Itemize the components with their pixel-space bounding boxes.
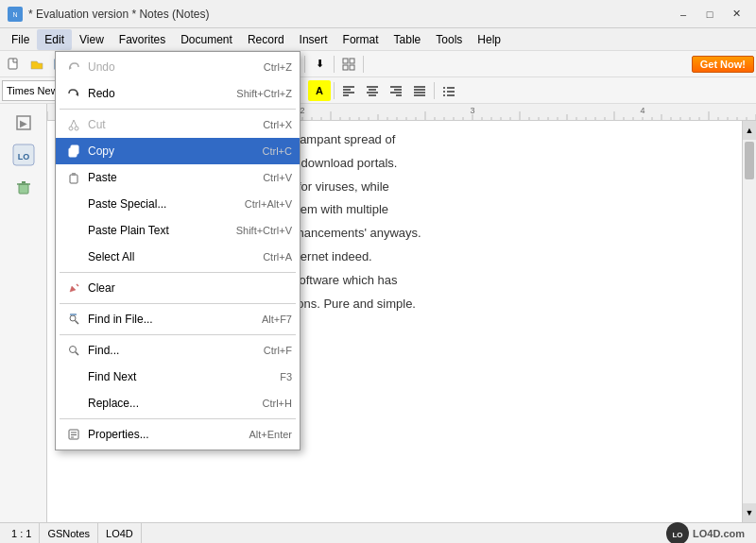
sep-1 — [60, 109, 296, 110]
menu-paste-special[interactable]: Paste Special... Ctrl+Alt+V — [56, 191, 300, 217]
app-icon: N — [8, 7, 23, 22]
clear-icon — [63, 279, 84, 297]
toolbar-sep-4 — [304, 56, 305, 73]
find-icon — [63, 341, 84, 360]
svg-rect-8 — [343, 65, 348, 70]
menu-cut[interactable]: Cut Ctrl+X — [56, 111, 300, 138]
svg-point-52 — [70, 315, 76, 321]
menu-tools[interactable]: Tools — [428, 29, 470, 50]
align-right-btn[interactable] — [385, 80, 407, 101]
menu-edit[interactable]: Edit — [37, 29, 72, 50]
replace-shortcut: Ctrl+H — [248, 398, 292, 409]
window-controls: – □ ✕ — [671, 5, 748, 24]
menu-paste[interactable]: Paste Ctrl+V — [56, 164, 300, 191]
list-btn[interactable] — [438, 80, 460, 101]
menu-undo[interactable]: Undo Ctrl+Z — [56, 54, 300, 80]
new-btn[interactable] — [2, 54, 25, 75]
minimize-button[interactable]: – — [671, 5, 696, 24]
svg-text:▶: ▶ — [20, 118, 27, 128]
menu-find[interactable]: Find... Ctrl+F — [56, 337, 300, 364]
paste-special-icon — [63, 195, 84, 213]
svg-line-45 — [71, 120, 74, 127]
edit-dropdown-menu: Undo Ctrl+Z Redo Shift+Ctrl+Z Cut Ctrl+X… — [55, 51, 301, 450]
cut-icon — [63, 115, 84, 134]
menu-record[interactable]: Record — [240, 29, 292, 50]
menu-view[interactable]: View — [72, 29, 112, 50]
svg-line-46 — [74, 120, 77, 127]
properties-icon — [63, 425, 84, 444]
tab-gsnotes[interactable]: GSNotes — [40, 523, 98, 543]
maximize-button[interactable]: □ — [697, 5, 722, 24]
menu-file[interactable]: File — [4, 29, 37, 50]
paste-plain-shortcut: Shift+Ctrl+V — [221, 225, 292, 236]
grid-btn[interactable] — [337, 54, 360, 75]
select-all-icon — [63, 247, 84, 266]
svg-point-55 — [70, 347, 77, 353]
justify-btn[interactable] — [408, 80, 431, 101]
svg-text:LO: LO — [17, 152, 29, 161]
vertical-scrollbar[interactable]: ▲ ▼ — [742, 121, 756, 522]
menu-redo[interactable]: Redo Shift+Ctrl+Z — [56, 80, 300, 107]
toolbar-sep-6 — [363, 56, 364, 73]
svg-rect-9 — [350, 65, 354, 70]
menu-find-in-file[interactable]: Find in File... Alt+F7 — [56, 306, 300, 332]
menu-copy[interactable]: Copy Ctrl+C — [56, 138, 300, 164]
get-now-button[interactable]: Get Now! — [692, 56, 754, 73]
menu-paste-plain[interactable]: Paste Plain Text Shift+Ctrl+V — [56, 217, 300, 244]
fmt-sep-3 — [334, 82, 335, 99]
paste-plain-icon — [63, 221, 84, 240]
paste-icon — [63, 168, 84, 187]
svg-point-28 — [443, 91, 445, 93]
svg-rect-49 — [70, 175, 77, 183]
menu-find-next[interactable]: Find Next F3 — [56, 364, 300, 390]
down-btn[interactable]: ⬇ — [308, 54, 331, 75]
lo4d-logo-text: LO4D.com — [693, 528, 745, 539]
find-in-file-label: Find in File... — [84, 313, 247, 326]
menu-help[interactable]: Help — [470, 29, 508, 50]
svg-rect-50 — [72, 173, 76, 176]
redo-label: Redo — [84, 87, 221, 100]
menu-properties[interactable]: Properties... Alt+Enter — [56, 421, 300, 448]
find-file-icon — [63, 310, 84, 329]
paste-special-label: Paste Special... — [84, 197, 230, 211]
properties-shortcut: Alt+Enter — [233, 429, 292, 440]
align-left-btn[interactable] — [337, 80, 360, 101]
menu-favorites[interactable]: Favorites — [112, 29, 173, 50]
menu-document[interactable]: Document — [173, 29, 240, 50]
svg-text:LO: LO — [672, 531, 682, 539]
lo4d-logo: LO LO4D.com — [666, 522, 752, 544]
redo-shortcut: Shift+Ctrl+Z — [221, 88, 292, 99]
menu-replace[interactable]: Replace... Ctrl+H — [56, 390, 300, 416]
sidebar-icon-arrow[interactable]: ▶ — [7, 108, 41, 138]
sep-5 — [60, 418, 296, 419]
sidebar-icon-lo4d[interactable]: LO — [7, 140, 41, 170]
find-in-file-shortcut: Alt+F7 — [247, 314, 292, 325]
status-bar: 1 : 1 GSNotes LO4D LO LO4D.com — [0, 522, 756, 543]
toolbar-sep-5 — [334, 56, 335, 73]
close-button[interactable]: ✕ — [724, 5, 748, 24]
paste-label: Paste — [84, 171, 248, 184]
open-btn[interactable] — [26, 54, 48, 75]
select-all-label: Select All — [84, 250, 248, 263]
svg-point-30 — [443, 94, 445, 96]
menu-format[interactable]: Format — [335, 29, 387, 50]
title-bar-left: N * Evaluation version * Notes (Notes) — [8, 7, 209, 22]
cut-shortcut: Ctrl+X — [248, 119, 292, 130]
align-center-btn[interactable] — [361, 80, 384, 101]
menu-select-all[interactable]: Select All Ctrl+A — [56, 244, 300, 270]
tab-lo4d[interactable]: LO4D — [98, 523, 142, 543]
svg-line-51 — [77, 284, 78, 286]
menu-table[interactable]: Table — [387, 29, 429, 50]
sep-3 — [60, 303, 296, 304]
sidebar: ▶ LO — [0, 104, 47, 522]
svg-point-26 — [443, 87, 445, 89]
find-shortcut: Ctrl+F — [249, 345, 292, 356]
svg-rect-36 — [19, 184, 28, 194]
menu-clear[interactable]: Clear — [56, 275, 300, 301]
highlight-btn[interactable]: A — [308, 80, 331, 101]
sidebar-icon-trash[interactable] — [7, 172, 41, 202]
sep-4 — [60, 334, 296, 335]
svg-point-44 — [75, 127, 78, 130]
paste-special-shortcut: Ctrl+Alt+V — [230, 198, 292, 210]
menu-insert[interactable]: Insert — [292, 29, 335, 50]
